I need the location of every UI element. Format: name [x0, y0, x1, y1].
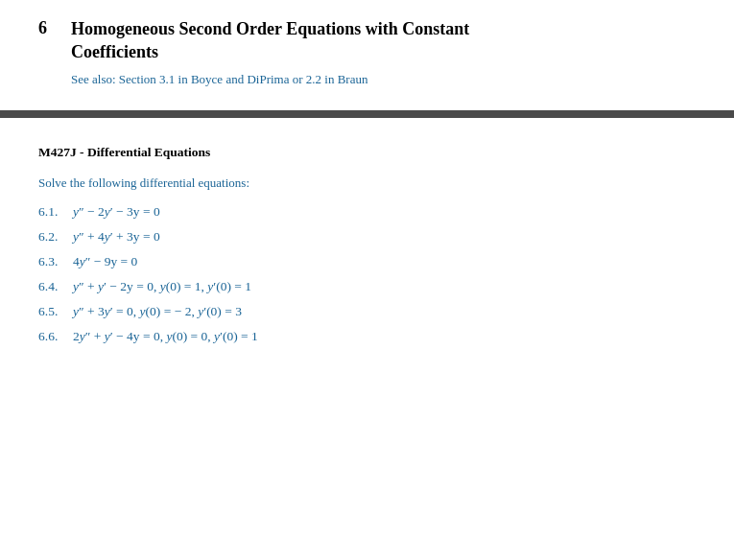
problem-item: 6.6.2y″ + y′ − 4y = 0, y(0) = 0, y′(0) =…	[38, 329, 696, 344]
section-title-line1: Homogeneous Second Order Equations with …	[71, 17, 469, 40]
page-container: 6 Homogeneous Second Order Equations wit…	[0, 0, 734, 560]
problem-item: 6.2.y″ + 4y′ + 3y = 0	[38, 229, 696, 245]
course-title: M427J - Differential Equations	[38, 145, 696, 160]
problems-list: 6.1.y″ − 2y′ − 3y = 06.2.y″ + 4y′ + 3y =…	[38, 204, 696, 344]
problem-equation: 2y″ + y′ − 4y = 0, y(0) = 0, y′(0) = 1	[73, 329, 258, 344]
section-number: 6	[38, 17, 58, 38]
problem-item: 6.4.y″ + y′ − 2y = 0, y(0) = 1, y′(0) = …	[38, 279, 696, 294]
problem-number: 6.5.	[38, 304, 73, 319]
problem-item: 6.5.y″ + 3y′ = 0, y(0) = − 2, y′(0) = 3	[38, 304, 696, 319]
main-content: M427J - Differential Equations Solve the…	[0, 118, 734, 363]
section-title-line2: Coefficients	[71, 40, 469, 63]
section-divider	[0, 110, 734, 118]
problem-equation: y″ + 3y′ = 0, y(0) = − 2, y′(0) = 3	[73, 304, 242, 319]
problem-equation: 4y″ − 9y = 0	[73, 254, 137, 269]
see-also-text: See also: Section 3.1 in Boyce and DiPri…	[71, 72, 696, 87]
problem-number: 6.1.	[38, 204, 73, 220]
problem-number: 6.4.	[38, 279, 73, 294]
problem-item: 6.3.4y″ − 9y = 0	[38, 254, 696, 269]
section-title-block: Homogeneous Second Order Equations with …	[71, 17, 469, 64]
problem-number: 6.2.	[38, 229, 73, 245]
problem-equation: y″ − 2y′ − 3y = 0	[73, 204, 160, 220]
problem-item: 6.1.y″ − 2y′ − 3y = 0	[38, 204, 696, 220]
problem-intro: Solve the following differential equatio…	[38, 175, 696, 191]
problem-number: 6.3.	[38, 254, 73, 269]
problem-equation: y″ + 4y′ + 3y = 0	[73, 229, 160, 245]
top-section: 6 Homogeneous Second Order Equations wit…	[0, 0, 734, 97]
problem-equation: y″ + y′ − 2y = 0, y(0) = 1, y′(0) = 1	[73, 279, 251, 294]
section-heading: 6 Homogeneous Second Order Equations wit…	[38, 17, 696, 64]
problem-number: 6.6.	[38, 329, 73, 344]
